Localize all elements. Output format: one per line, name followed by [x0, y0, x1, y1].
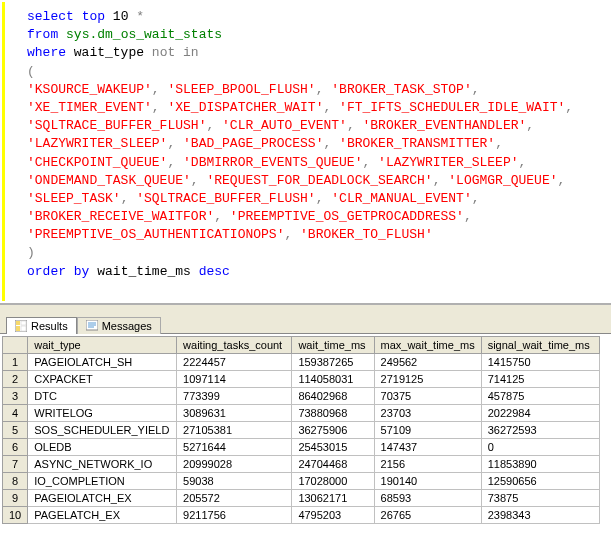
table-row[interactable]: 4WRITELOG308963173880968237032022984 [3, 404, 600, 421]
cell-wait_time_ms[interactable]: 86402968 [292, 387, 374, 404]
cell-waiting_tasks_count[interactable]: 27105381 [177, 421, 292, 438]
token-op: , [565, 100, 573, 115]
cell-waiting_tasks_count[interactable]: 20999028 [177, 455, 292, 472]
cell-wait_type[interactable]: PAGEIOLATCH_EX [28, 489, 177, 506]
tab-messages[interactable]: Messages [77, 317, 161, 334]
cell-waiting_tasks_count[interactable]: 5271644 [177, 438, 292, 455]
cell-wait_time_ms[interactable]: 73880968 [292, 404, 374, 421]
sql-editor[interactable]: select top 10 *from sys.dm_os_wait_stats… [2, 2, 609, 301]
cell-max_wait_time_ms[interactable]: 190140 [374, 472, 481, 489]
cell-max_wait_time_ms[interactable]: 68593 [374, 489, 481, 506]
table-row[interactable]: 1PAGEIOLATCH_SH2224457159387265249562141… [3, 353, 600, 370]
row-number[interactable]: 9 [3, 489, 28, 506]
col-header[interactable]: wait_type [28, 336, 177, 353]
cell-signal_wait_time_ms[interactable]: 2022984 [481, 404, 599, 421]
col-header[interactable]: wait_time_ms [292, 336, 374, 353]
results-grid-container: wait_type waiting_tasks_count wait_time_… [0, 333, 611, 526]
row-number[interactable]: 10 [3, 506, 28, 523]
token-str: 'SLEEP_BPOOL_FLUSH' [167, 82, 315, 97]
token-op: , [167, 136, 183, 151]
token-op: not in [152, 45, 199, 60]
table-row[interactable]: 10PAGELATCH_EX92117564795203267652398343 [3, 506, 600, 523]
row-number[interactable]: 3 [3, 387, 28, 404]
col-header[interactable]: max_wait_time_ms [374, 336, 481, 353]
token-op: , [191, 173, 207, 188]
token-str: 'LAZYWRITER_SLEEP' [378, 155, 518, 170]
cell-wait_type[interactable]: ASYNC_NETWORK_IO [28, 455, 177, 472]
cell-max_wait_time_ms[interactable]: 23703 [374, 404, 481, 421]
cell-wait_time_ms[interactable]: 25453015 [292, 438, 374, 455]
cell-waiting_tasks_count[interactable]: 2224457 [177, 353, 292, 370]
token-str: 'FT_IFTS_SCHEDULER_IDLE_WAIT' [339, 100, 565, 115]
cell-max_wait_time_ms[interactable]: 249562 [374, 353, 481, 370]
code-line: ) [27, 244, 599, 262]
cell-max_wait_time_ms[interactable]: 147437 [374, 438, 481, 455]
cell-waiting_tasks_count[interactable]: 59038 [177, 472, 292, 489]
token-op: , [558, 173, 566, 188]
cell-signal_wait_time_ms[interactable]: 1415750 [481, 353, 599, 370]
cell-wait_type[interactable]: SOS_SCHEDULER_YIELD [28, 421, 177, 438]
row-number[interactable]: 4 [3, 404, 28, 421]
cell-wait_time_ms[interactable]: 159387265 [292, 353, 374, 370]
cell-wait_type[interactable]: OLEDB [28, 438, 177, 455]
cell-signal_wait_time_ms[interactable]: 714125 [481, 370, 599, 387]
cell-signal_wait_time_ms[interactable]: 457875 [481, 387, 599, 404]
row-number[interactable]: 1 [3, 353, 28, 370]
cell-signal_wait_time_ms[interactable]: 0 [481, 438, 599, 455]
cell-wait_time_ms[interactable]: 36275906 [292, 421, 374, 438]
token-op: , [526, 118, 534, 133]
cell-wait_time_ms[interactable]: 24704468 [292, 455, 374, 472]
row-number[interactable]: 6 [3, 438, 28, 455]
cell-max_wait_time_ms[interactable]: 2719125 [374, 370, 481, 387]
cell-signal_wait_time_ms[interactable]: 73875 [481, 489, 599, 506]
row-number[interactable]: 8 [3, 472, 28, 489]
cell-wait_type[interactable]: PAGELATCH_EX [28, 506, 177, 523]
col-header[interactable]: signal_wait_time_ms [481, 336, 599, 353]
cell-wait_time_ms[interactable]: 13062171 [292, 489, 374, 506]
token-plain: wait_time_ms [89, 264, 198, 279]
cell-wait_type[interactable]: IO_COMPLETION [28, 472, 177, 489]
svg-rect-1 [16, 321, 20, 325]
table-row[interactable]: 7ASYNC_NETWORK_IO20999028247044682156118… [3, 455, 600, 472]
cell-max_wait_time_ms[interactable]: 57109 [374, 421, 481, 438]
token-op: , [121, 191, 137, 206]
cell-wait_time_ms[interactable]: 17028000 [292, 472, 374, 489]
cell-wait_type[interactable]: CXPACKET [28, 370, 177, 387]
cell-waiting_tasks_count[interactable]: 205572 [177, 489, 292, 506]
token-op: ( [27, 64, 35, 79]
row-number[interactable]: 5 [3, 421, 28, 438]
cell-waiting_tasks_count[interactable]: 773399 [177, 387, 292, 404]
token-kw: select [27, 9, 74, 24]
table-row[interactable]: 8IO_COMPLETION59038170280001901401259065… [3, 472, 600, 489]
col-header[interactable]: waiting_tasks_count [177, 336, 292, 353]
cell-wait_time_ms[interactable]: 4795203 [292, 506, 374, 523]
cell-waiting_tasks_count[interactable]: 3089631 [177, 404, 292, 421]
token-str: 'KSOURCE_WAKEUP' [27, 82, 152, 97]
token-op: , [323, 100, 339, 115]
token-str: 'LAZYWRITER_SLEEP' [27, 136, 167, 151]
cell-max_wait_time_ms[interactable]: 2156 [374, 455, 481, 472]
row-number[interactable]: 2 [3, 370, 28, 387]
cell-wait_type[interactable]: WRITELOG [28, 404, 177, 421]
cell-max_wait_time_ms[interactable]: 70375 [374, 387, 481, 404]
cell-signal_wait_time_ms[interactable]: 2398343 [481, 506, 599, 523]
row-number[interactable]: 7 [3, 455, 28, 472]
cell-wait_type[interactable]: DTC [28, 387, 177, 404]
cell-waiting_tasks_count[interactable]: 1097114 [177, 370, 292, 387]
cell-signal_wait_time_ms[interactable]: 36272593 [481, 421, 599, 438]
cell-max_wait_time_ms[interactable]: 26765 [374, 506, 481, 523]
token-str: 'REQUEST_FOR_DEADLOCK_SEARCH' [206, 173, 432, 188]
cell-waiting_tasks_count[interactable]: 9211756 [177, 506, 292, 523]
cell-wait_time_ms[interactable]: 114058031 [292, 370, 374, 387]
tab-results[interactable]: Results [6, 317, 77, 334]
cell-wait_type[interactable]: PAGEIOLATCH_SH [28, 353, 177, 370]
cell-signal_wait_time_ms[interactable]: 11853890 [481, 455, 599, 472]
table-row[interactable]: 3DTC7733998640296870375457875 [3, 387, 600, 404]
cell-signal_wait_time_ms[interactable]: 12590656 [481, 472, 599, 489]
corner-cell [3, 336, 28, 353]
table-row[interactable]: 5SOS_SCHEDULER_YIELD27105381362759065710… [3, 421, 600, 438]
table-row[interactable]: 6OLEDB5271644254530151474370 [3, 438, 600, 455]
table-row[interactable]: 2CXPACKET10971141140580312719125714125 [3, 370, 600, 387]
table-row[interactable]: 9PAGEIOLATCH_EX205572130621716859373875 [3, 489, 600, 506]
results-grid[interactable]: wait_type waiting_tasks_count wait_time_… [2, 336, 600, 524]
